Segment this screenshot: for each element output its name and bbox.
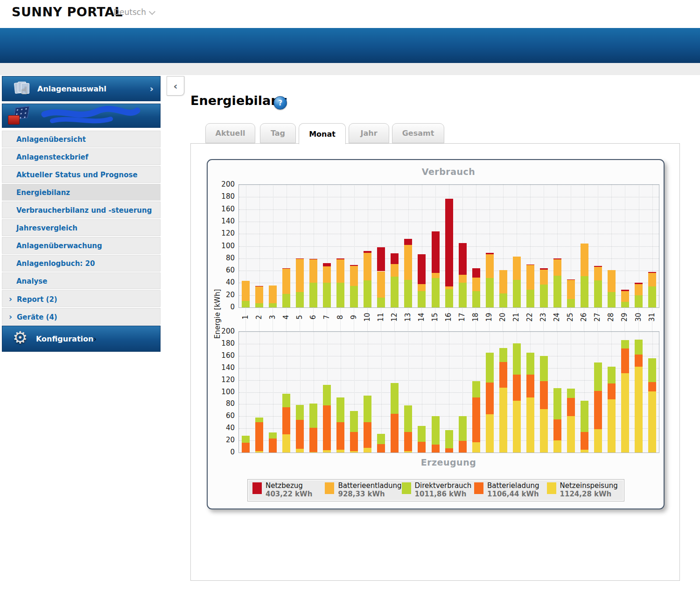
bar-segment — [350, 411, 358, 432]
bar-segment — [432, 416, 440, 445]
bar-segment — [594, 266, 602, 267]
gridline — [239, 356, 659, 356]
bar-segment — [553, 440, 561, 453]
plot-area-verbrauch — [238, 184, 659, 308]
bar-segment — [526, 290, 534, 307]
bar-segment — [391, 264, 399, 277]
bar-segment — [364, 253, 371, 280]
sidebar-item-label: Report (2) — [17, 295, 57, 304]
bar-segment — [553, 258, 561, 260]
bar-segment — [472, 291, 480, 308]
x-tick-label: 11 — [377, 309, 385, 325]
tab-aktuell[interactable]: Aktuell — [205, 123, 255, 143]
sidebar-item-anlagensteckbrief[interactable]: Anlagensteckbrief — [2, 148, 161, 165]
bar-segment — [635, 295, 643, 307]
sidebar-item-energiebilanz[interactable]: Energiebilanz — [2, 184, 161, 201]
bar-segment — [269, 286, 277, 303]
bar-segment — [309, 259, 317, 283]
bar-segment — [269, 439, 277, 453]
sidebar-item-label: Aktueller Status und Prognose — [16, 171, 138, 179]
tab-jahr[interactable]: Jahr — [349, 123, 389, 143]
bar-segment — [621, 290, 629, 291]
legend-entry: Netzeinspeisung1124,28 kWh — [547, 482, 619, 499]
sidebar-item-label: Anlagensteckbrief — [16, 153, 88, 161]
sidebar-item-anlagen-berwachung[interactable]: Anlagenüberwachung — [2, 237, 161, 254]
bar-segment — [499, 348, 507, 362]
bar-segment — [364, 448, 371, 453]
bar-segment — [635, 284, 643, 295]
bar-segment — [432, 278, 440, 307]
bar-segment — [513, 280, 521, 307]
x-tick-label: 18 — [472, 309, 479, 325]
sidebar: ☝ Anlagenauswahl › AnlagenübersichtAnlag… — [2, 76, 161, 352]
sidebar-item-aktueller-status-und-prognose[interactable]: Aktueller Status und Prognose — [2, 166, 161, 183]
sidebar-item-report-2-[interactable]: ›Report (2) — [2, 290, 161, 307]
tab-gesamt[interactable]: Gesamt — [392, 123, 444, 143]
bar-segment — [553, 388, 561, 419]
sidebar-item-verbraucherbilanz-und-steuerung[interactable]: Verbraucherbilanz und -steuerung — [2, 202, 161, 218]
y-tick-label: 200 — [209, 327, 235, 335]
plant-selector-label: Anlagenauswahl — [37, 84, 106, 93]
bar-segment — [377, 298, 385, 307]
bar-segment — [269, 432, 277, 439]
bar-segment — [269, 303, 277, 307]
page-title: Energiebilanz — [190, 93, 287, 108]
sidebar-item-konfiguration[interactable]: ⚙ Konfiguration › — [2, 326, 161, 352]
bar-segment — [323, 283, 331, 307]
bar-segment — [350, 432, 358, 451]
legend-value: 1124,28 kWh — [560, 490, 618, 499]
legend-swatch — [474, 482, 483, 494]
tab-monat[interactable]: Monat — [299, 123, 346, 144]
sidebar-item-jahresvergleich[interactable]: Jahresvergleich — [2, 219, 161, 236]
bar-segment — [377, 247, 385, 271]
legend-swatch — [547, 482, 556, 494]
bar-segment — [486, 383, 494, 415]
language-selector[interactable]: Deutsch — [113, 7, 154, 17]
bar-segment — [323, 263, 331, 266]
bar-segment — [553, 419, 561, 440]
sidebar-item-ger-te-4-[interactable]: ›Geräte (4) — [2, 308, 161, 325]
bar-segment — [526, 353, 534, 375]
y-tick-label: 120 — [209, 376, 235, 384]
bar-segment — [255, 303, 263, 307]
legend-value: 1011,86 kWh — [415, 490, 472, 499]
sidebar-item-anlagenlogbuch-20[interactable]: Anlagenlogbuch: 20 — [2, 255, 161, 272]
chart-panel: Verbrauch Erzeugung Energie [kWh] Netzbe… — [207, 159, 665, 509]
y-tick-label: 60 — [209, 411, 235, 420]
bar-segment — [309, 283, 317, 307]
bar-segment — [608, 270, 616, 292]
x-tick-label: 14 — [418, 309, 425, 325]
bar-segment — [377, 272, 385, 298]
x-tick-label: 30 — [635, 309, 642, 325]
tab-tag[interactable]: Tag — [260, 123, 296, 143]
sidebar-collapse-button[interactable]: ‹ — [167, 76, 184, 96]
chart-title-erzeugung: Erzeugung — [238, 457, 658, 467]
x-tick-label: 29 — [621, 309, 628, 325]
bar-segment — [336, 422, 344, 449]
bar-segment — [567, 279, 575, 280]
bar-segment — [242, 436, 250, 443]
bar-segment — [350, 286, 358, 307]
bar-segment — [540, 268, 548, 270]
sidebar-item-anlagen-bersicht[interactable]: Anlagenübersicht — [2, 131, 161, 147]
current-plant-button[interactable] — [2, 104, 161, 128]
bar-segment — [581, 432, 588, 450]
bar-segment — [391, 414, 399, 453]
brand-logo: SUNNY PORTAL — [12, 5, 123, 19]
x-tick-label: 4 — [282, 309, 290, 325]
bar-segment — [282, 269, 290, 294]
y-tick-label: 140 — [209, 217, 235, 225]
help-icon[interactable]: ? — [273, 96, 287, 110]
sidebar-item-analyse[interactable]: Analyse — [2, 272, 161, 289]
bar-segment — [282, 407, 290, 434]
bar-segment — [486, 278, 494, 307]
bar-segment — [418, 284, 426, 291]
bar-segment — [594, 267, 602, 280]
bar-segment — [364, 280, 371, 307]
bar-segment — [472, 268, 480, 278]
bar-segment — [581, 276, 588, 307]
bar-segment — [255, 286, 263, 303]
sidebar-item-label: Verbraucherbilanz und -steuerung — [16, 206, 152, 215]
plant-selector-button[interactable]: ☝ Anlagenauswahl › — [2, 76, 161, 101]
x-tick-label: 28 — [607, 309, 615, 325]
